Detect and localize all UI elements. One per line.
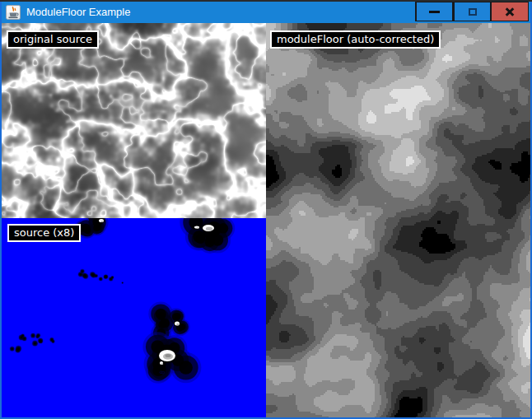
source-x8-image <box>2 218 266 417</box>
maximize-icon <box>469 8 477 16</box>
close-icon <box>504 6 516 17</box>
module-floor-label: moduleFloor (auto-corrected) <box>270 30 441 49</box>
close-button[interactable] <box>491 2 529 21</box>
title-bar[interactable]: ModuleFloor Example <box>2 2 530 23</box>
source-x8-label: source (x8) <box>7 224 81 242</box>
maximize-button[interactable] <box>453 2 491 21</box>
java-coffee-cup-icon <box>6 5 21 20</box>
module-floor-image <box>266 23 530 417</box>
minimize-icon <box>429 11 440 13</box>
window-title: ModuleFloor Example <box>26 2 130 23</box>
window-controls <box>415 2 529 23</box>
app-window: ModuleFloor Example original source modu… <box>0 0 532 419</box>
minimize-button[interactable] <box>415 2 453 21</box>
original-source-label: original source <box>7 30 99 49</box>
original-source-image <box>2 23 266 218</box>
